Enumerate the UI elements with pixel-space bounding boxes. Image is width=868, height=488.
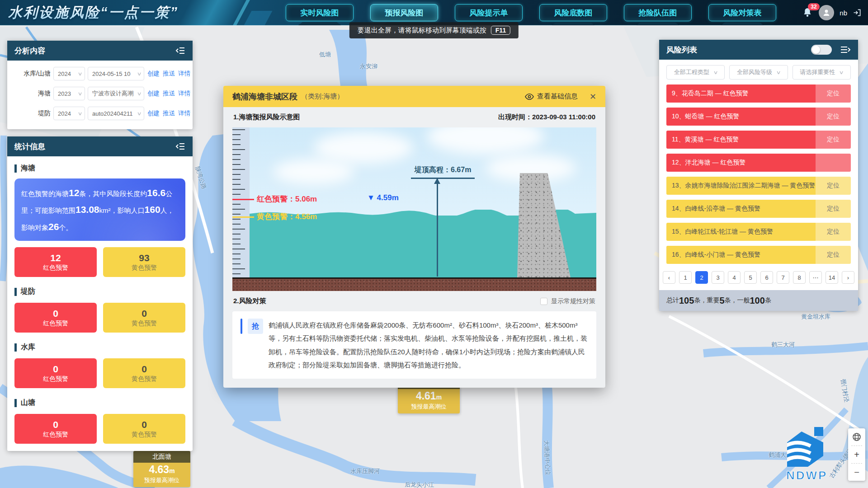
detail-link[interactable]: 详情: [178, 89, 190, 98]
chevron-down-icon: ∨: [713, 70, 718, 75]
nav-risk-base-map[interactable]: 风险底数图: [539, 4, 607, 21]
page-4[interactable]: 4: [728, 271, 741, 284]
show-regular-countermeasures[interactable]: 显示常规性对策: [540, 297, 595, 305]
project-type-filter[interactable]: 全部工程类型∨: [666, 65, 725, 80]
user-avatar[interactable]: [819, 5, 834, 20]
checkbox[interactable]: [540, 298, 547, 305]
locate-button[interactable]: 定位: [816, 223, 851, 241]
reservoir-red-warning-box[interactable]: 0 红色预警: [14, 358, 97, 388]
year-select[interactable]: 2024∨: [53, 107, 85, 120]
locate-button[interactable]: 定位: [816, 84, 851, 103]
risk-level-filter[interactable]: 全部风险等级∨: [729, 65, 788, 80]
create-link[interactable]: 创建: [147, 70, 160, 78]
risk-list-toggle[interactable]: [811, 45, 832, 55]
map-place-label: 鹤三大河: [771, 341, 795, 349]
locate-button[interactable]: [816, 154, 851, 172]
page-5[interactable]: 5: [744, 271, 757, 284]
detail-link[interactable]: 详情: [178, 109, 190, 117]
collapse-left-icon[interactable]: [175, 47, 185, 55]
marker-caption: 预报最高潮位: [137, 476, 187, 484]
pond-yellow-warning-box[interactable]: 0 黄色预警: [103, 414, 185, 444]
push-link[interactable]: 推送: [163, 70, 175, 78]
risk-list-item[interactable]: 9、花岙岛二期 — 红色预警定位: [666, 84, 851, 103]
chevron-down-icon: ∨: [77, 91, 82, 97]
nav-rescue-team-map[interactable]: 抢险队伍图: [624, 4, 692, 21]
zoom-out-button[interactable]: −: [851, 467, 862, 477]
risk-list-item[interactable]: 11、黄溪塘 — 红色预警定位: [666, 131, 851, 149]
risk-list-summary: 总计105条，重要5条，一般100条: [659, 290, 858, 311]
reservoir-yellow-warning-box[interactable]: 0 黄色预警: [103, 358, 185, 388]
rescue-tag: 抢: [248, 319, 263, 334]
logout-icon[interactable]: [853, 8, 862, 17]
cloud: [314, 132, 413, 164]
locate-button[interactable]: 定位: [816, 200, 851, 218]
importance-filter[interactable]: 请选择重要性∨: [793, 65, 851, 80]
view-basic-info-button[interactable]: 查看基础信息: [525, 92, 578, 101]
locate-button[interactable]: 定位: [816, 246, 851, 264]
seawall-yellow-warning-box[interactable]: 93 黄色预警: [103, 247, 185, 277]
locate-button[interactable]: 定位: [816, 177, 851, 195]
notification-bell-icon[interactable]: 32: [802, 7, 813, 19]
plan-select[interactable]: 宁波市设计高潮∨: [88, 87, 144, 100]
risk-list-item[interactable]: 12、洋北海塘 — 红色预警: [666, 154, 851, 172]
nav-realtime-risk-map[interactable]: 实时风险图: [286, 4, 354, 21]
page-3[interactable]: 3: [712, 271, 724, 284]
nav-forecast-risk-map[interactable]: 预报风险图: [370, 4, 438, 21]
close-icon[interactable]: ✕: [590, 92, 596, 102]
page-14[interactable]: 14: [826, 271, 838, 284]
nav-risk-countermeasure-table[interactable]: 风险对策表: [708, 4, 776, 21]
plan-select[interactable]: auto202404211∨: [88, 107, 144, 120]
risk-list-item[interactable]: 13、余姚市海塘除险治江围涂二期海塘 — 黄色预警定位: [666, 177, 851, 195]
create-link[interactable]: 创建: [147, 89, 160, 98]
risk-list-item[interactable]: 10、蚶岙塘 — 红色预警定位: [666, 108, 851, 126]
app-header: 水利设施风险“一点一策” 实时风险图 预报风险图 风险提示单 风险底数图 抢险队…: [0, 0, 868, 25]
year-select[interactable]: 2023∨: [53, 87, 85, 100]
app-title: 水利设施风险“一点一策”: [8, 0, 179, 25]
push-link[interactable]: 推送: [163, 89, 175, 98]
map-marker-beimiantang[interactable]: 北面塘 4.63m 预报最高潮位: [133, 451, 190, 487]
risk-list-item[interactable]: 15、白峰轮江线-轮江塘 — 黄色预警定位: [666, 223, 851, 241]
water-level-label: ▼ 4.59m: [367, 193, 399, 202]
panel-title: 统计信息: [14, 141, 45, 152]
plan-select[interactable]: 2024-05-15 10∨: [88, 67, 144, 80]
pond-red-warning-box[interactable]: 0 红色预警: [14, 414, 97, 444]
zoom-in-button[interactable]: +: [851, 450, 862, 460]
page-next[interactable]: ›: [842, 271, 854, 284]
main-nav: 实时风险图 预报风险图 风险提示单 风险底数图 抢险队伍图 风险对策表: [286, 4, 776, 21]
nav-risk-notice-list[interactable]: 风险提示单: [455, 4, 523, 21]
detail-link[interactable]: 详情: [178, 70, 190, 78]
page-7[interactable]: 7: [777, 271, 789, 284]
page-1[interactable]: 1: [679, 271, 692, 284]
layers-globe-icon[interactable]: [851, 432, 862, 442]
dike-yellow-warning-box[interactable]: 0 黄色预警: [103, 303, 185, 333]
eye-icon: [525, 94, 534, 100]
dike-red-warning-box[interactable]: 0 红色预警: [14, 303, 97, 333]
page-prev[interactable]: ‹: [663, 271, 675, 284]
page-ellipsis[interactable]: ⋯: [809, 271, 822, 284]
panel-title: 风险列表: [666, 45, 697, 55]
occurrence-time: 出现时间：2023-09-03 11:00:00: [498, 113, 595, 122]
tooltip-text: 要退出全屏，请将鼠标移动到屏幕顶端或按: [358, 26, 486, 35]
seawall-red-warning-box[interactable]: 12 红色预警: [14, 247, 97, 277]
collapse-left-icon[interactable]: [175, 142, 185, 150]
map-place-label: 水库压脚河: [350, 467, 380, 475]
map-controls: + −: [848, 428, 865, 481]
page-8[interactable]: 8: [793, 271, 806, 284]
locate-button[interactable]: 定位: [816, 108, 851, 126]
risk-list-item[interactable]: 14、白峰线-沿亭塘 — 黄色预警定位: [666, 200, 851, 218]
map-place-label: 永安泖: [360, 62, 377, 70]
seawall-risk-diagram: 红色预警：5.06m 黄色预警：4.56m ▼ 4.59m 堤顶高程：6.67m: [232, 127, 596, 291]
year-select[interactable]: 2024∨: [53, 67, 85, 80]
push-link[interactable]: 推送: [163, 109, 175, 117]
create-link[interactable]: 创建: [147, 109, 160, 117]
page-2-active[interactable]: 2: [695, 271, 708, 284]
row-label: 水库/山塘: [13, 70, 51, 78]
locate-button[interactable]: 定位: [816, 131, 851, 149]
page-6[interactable]: 6: [760, 271, 773, 284]
risk-list-item[interactable]: 16、白峰线-小门塘 — 黄色预警定位: [666, 246, 851, 264]
sort-list-icon[interactable]: [840, 46, 851, 54]
divider: [851, 463, 862, 464]
map-place-label: 低塘: [319, 51, 331, 59]
analysis-row-reservoir: 水库/山塘 2024∨ 2024-05-15 10∨ 创建 推送 详情: [7, 67, 193, 80]
analysis-panel: 分析内容 水库/山塘 2024∨ 2024-05-15 10∨ 创建 推送 详情…: [7, 41, 193, 129]
